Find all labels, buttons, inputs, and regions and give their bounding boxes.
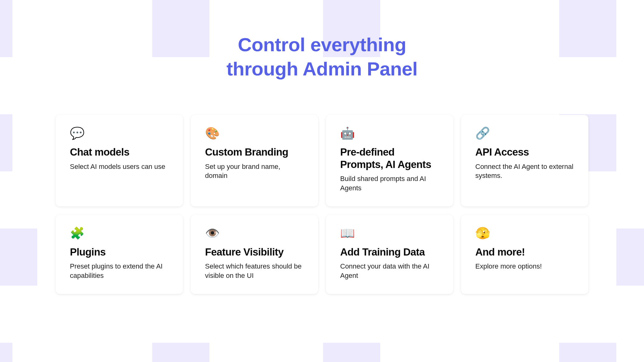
card-title: API Access	[475, 146, 574, 158]
card-title: Chat models	[70, 146, 169, 158]
card-plugins[interactable]: 🧩 Plugins Preset plugins to extend the A…	[56, 215, 183, 294]
card-title: And more!	[475, 246, 574, 258]
card-description: Select which features should be visible …	[205, 262, 304, 280]
heading-line-1: Control everything	[238, 34, 406, 55]
card-title: Pre-defined Prompts, AI Agents	[340, 146, 439, 170]
card-description: Explore more options!	[475, 262, 574, 271]
card-and-more[interactable]: 🫣 And more! Explore more options!	[461, 215, 588, 294]
speech-balloon-icon: 💬	[70, 127, 169, 139]
card-predefined-prompts[interactable]: 🤖 Pre-defined Prompts, AI Agents Build s…	[326, 115, 453, 206]
face-peeking-icon: 🫣	[475, 227, 574, 239]
link-icon: 🔗	[475, 127, 574, 139]
open-book-icon: 📖	[340, 227, 439, 239]
card-title: Feature Visibility	[205, 246, 304, 258]
card-description: Preset plugins to extend the AI capabili…	[70, 262, 169, 280]
card-description: Connect the AI Agent to external systems…	[475, 162, 574, 180]
card-feature-visibility[interactable]: 👁️ Feature Visibility Select which featu…	[191, 215, 318, 294]
card-title: Plugins	[70, 246, 169, 258]
card-api-access[interactable]: 🔗 API Access Connect the AI Agent to ext…	[461, 115, 588, 206]
eye-icon: 👁️	[205, 227, 304, 239]
card-title: Custom Branding	[205, 146, 304, 158]
card-description: Select AI models users can use	[70, 162, 169, 171]
palette-icon: 🎨	[205, 127, 304, 139]
robot-icon: 🤖	[340, 127, 439, 139]
card-chat-models[interactable]: 💬 Chat models Select AI models users can…	[56, 115, 183, 206]
card-description: Connect your data with the AI Agent	[340, 262, 439, 280]
card-description: Build shared prompts and AI Agents	[340, 174, 439, 192]
feature-cards-grid: 💬 Chat models Select AI models users can…	[56, 115, 588, 294]
heading-line-2: through Admin Panel	[226, 58, 418, 79]
card-title: Add Training Data	[340, 246, 439, 258]
page-title: Control everything through Admin Panel	[0, 33, 644, 81]
card-description: Set up your brand name, domain	[205, 162, 304, 180]
card-add-training-data[interactable]: 📖 Add Training Data Connect your data wi…	[326, 215, 453, 294]
card-custom-branding[interactable]: 🎨 Custom Branding Set up your brand name…	[191, 115, 318, 206]
puzzle-piece-icon: 🧩	[70, 227, 169, 239]
